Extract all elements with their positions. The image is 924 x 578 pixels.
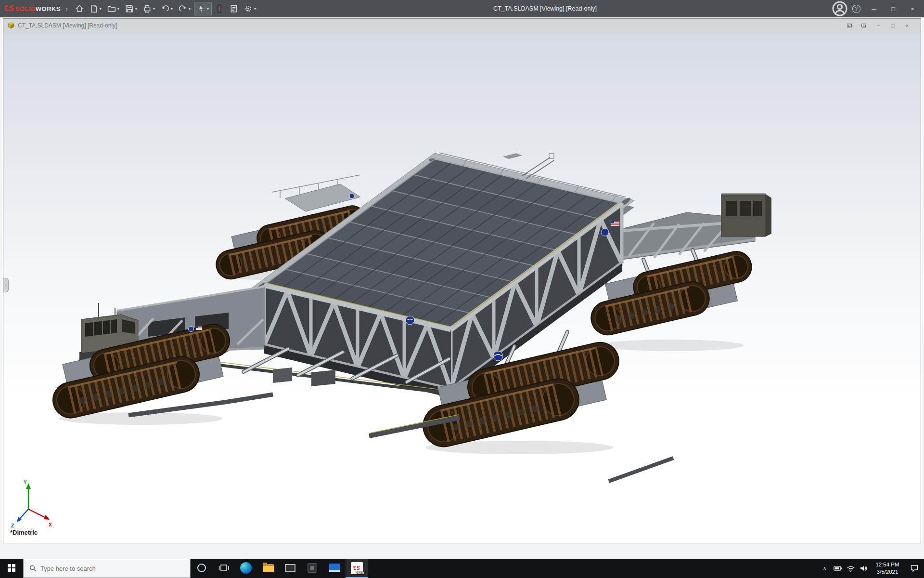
start-button[interactable]	[0, 559, 23, 578]
home-button[interactable]	[73, 2, 86, 15]
dark-app-icon	[308, 563, 317, 573]
us-flag-small	[196, 326, 202, 330]
titlebar-right: ? ─ □ ×	[832, 0, 924, 17]
file-explorer-icon	[263, 564, 274, 572]
minimize-button[interactable]: ─	[864, 0, 884, 17]
document-titlebar[interactable]: CT_TA.SLDASM [Viewing] [Read-only] − □ ×	[3, 19, 921, 32]
user-account-icon[interactable]	[832, 0, 848, 17]
select-tool-button[interactable]: ▾	[194, 2, 212, 15]
print-button[interactable]: ▾	[141, 2, 157, 15]
solidworks-version-badge: 2021	[356, 571, 365, 575]
speaker-icon	[860, 564, 868, 573]
rear-left-corner-structure	[272, 175, 360, 211]
new-document-button[interactable]: ▾	[87, 2, 104, 15]
taskbar-clock[interactable]: 12:54 PM 3/5/2021	[870, 559, 905, 578]
arrange-window-button-1[interactable]	[844, 21, 855, 30]
windows-taskbar: 3S 2021 ∧	[0, 559, 924, 578]
search-icon	[29, 565, 37, 572]
document-restore-button[interactable]: □	[887, 21, 898, 30]
solidworks-taskbar-button[interactable]: 3S 2021	[346, 559, 368, 578]
document-close-button[interactable]: ×	[901, 21, 913, 30]
battery-icon	[834, 564, 842, 573]
tray-expand-button[interactable]: ∧	[818, 559, 831, 578]
save-dropdown-caret[interactable]: ▾	[135, 7, 137, 11]
clock-date: 3/5/2021	[877, 568, 898, 576]
document-title: CT_TA.SLDASM [Viewing] [Read-only]	[18, 22, 844, 29]
panel-collapse-handle[interactable]: ‹	[3, 278, 9, 292]
file-properties-button[interactable]	[227, 2, 241, 15]
cortana-button[interactable]	[191, 559, 213, 578]
print-dropdown-caret[interactable]: ▾	[153, 7, 155, 11]
triad-z-label: Z	[11, 523, 14, 528]
undo-dropdown-caret[interactable]: ▾	[171, 7, 173, 11]
search-input[interactable]	[40, 565, 190, 572]
assembly-document-icon	[7, 22, 15, 29]
taskbar-search[interactable]	[23, 559, 191, 578]
solidworks-logo: 3S SOLIDWORKS	[5, 4, 61, 13]
undo-button[interactable]: ▾	[158, 2, 175, 15]
solidworks-wordmark: SOLIDWORKS	[15, 4, 61, 13]
app-titlebar: 3S SOLIDWORKS › ▾ ▾ ▾	[0, 0, 924, 17]
open-button[interactable]: ▾	[105, 2, 122, 15]
titlebar-left: 3S SOLIDWORKS › ▾ ▾ ▾	[0, 2, 258, 15]
screen: 3S SOLIDWORKS › ▾ ▾ ▾	[0, 0, 924, 578]
clock-time: 12:54 PM	[875, 561, 899, 568]
file-explorer-button[interactable]	[257, 559, 279, 578]
task-view-button[interactable]	[213, 559, 235, 578]
app-blue-button[interactable]	[323, 559, 346, 578]
workspace: CT_TA.SLDASM [Viewing] [Read-only] − □ ×	[0, 17, 924, 559]
rebuild-stoplight-button[interactable]	[213, 2, 226, 15]
solidworks-logo-glyph: 3S	[5, 4, 13, 13]
document-minimize-button[interactable]: −	[873, 21, 884, 30]
rear-operator-cab	[721, 194, 771, 236]
blue-app-icon	[329, 564, 340, 572]
new-document-dropdown-caret[interactable]: ▾	[100, 7, 102, 11]
wifi-icon	[847, 564, 855, 573]
redo-dropdown-caret[interactable]: ▾	[189, 7, 191, 11]
action-center-icon	[910, 564, 919, 573]
action-center-button[interactable]	[905, 559, 924, 578]
toolbar-expand-arrow[interactable]: ›	[65, 5, 68, 13]
arrange-window-button-2[interactable]	[858, 21, 870, 30]
save-button[interactable]: ▾	[123, 2, 140, 15]
crawler-transporter-model[interactable]: Y X Z	[3, 32, 921, 543]
options-gear-button[interactable]: ▾	[242, 2, 258, 15]
document-window: CT_TA.SLDASM [Viewing] [Read-only] − □ ×	[3, 18, 921, 543]
help-icon[interactable]: ?	[848, 0, 864, 17]
document-window-controls: − □ ×	[844, 21, 913, 30]
system-tray: ∧	[818, 559, 924, 578]
app-monitor-button[interactable]	[279, 559, 301, 578]
triad-x-label: X	[49, 522, 52, 527]
redo-button[interactable]: ▾	[176, 2, 193, 15]
view-orientation-label: *Dimetric	[10, 529, 38, 536]
volume-button[interactable]	[857, 559, 870, 578]
windows-logo-icon	[8, 564, 15, 572]
triad-y-label: Y	[24, 480, 27, 485]
battery-button[interactable]	[831, 559, 844, 578]
select-tool-dropdown-caret[interactable]: ▾	[207, 7, 209, 11]
us-flag	[611, 221, 619, 226]
app-dark-button[interactable]	[301, 559, 323, 578]
edge-icon	[240, 562, 252, 574]
solidworks-app-icon: 3S 2021	[351, 562, 363, 574]
quick-access-toolbar: ▾ ▾ ▾ ▾ ▾	[73, 2, 258, 15]
window-title: CT_TA.SLDASM [Viewing] [Read-only]	[258, 5, 832, 12]
cortana-icon	[197, 564, 206, 572]
monitor-app-icon	[285, 564, 295, 572]
viewport-3d[interactable]: Y X Z ‹ *Dimetric	[3, 32, 921, 543]
network-button[interactable]	[844, 559, 857, 578]
edge-button[interactable]	[235, 559, 257, 578]
open-dropdown-caret[interactable]: ▾	[117, 7, 119, 11]
task-view-icon	[218, 564, 229, 572]
options-dropdown-caret[interactable]: ▾	[254, 7, 256, 11]
orientation-triad: Y X Z	[11, 480, 52, 528]
close-button[interactable]: ×	[903, 0, 922, 17]
taskbar-spacer	[368, 559, 818, 578]
maximize-button[interactable]: □	[884, 0, 903, 17]
